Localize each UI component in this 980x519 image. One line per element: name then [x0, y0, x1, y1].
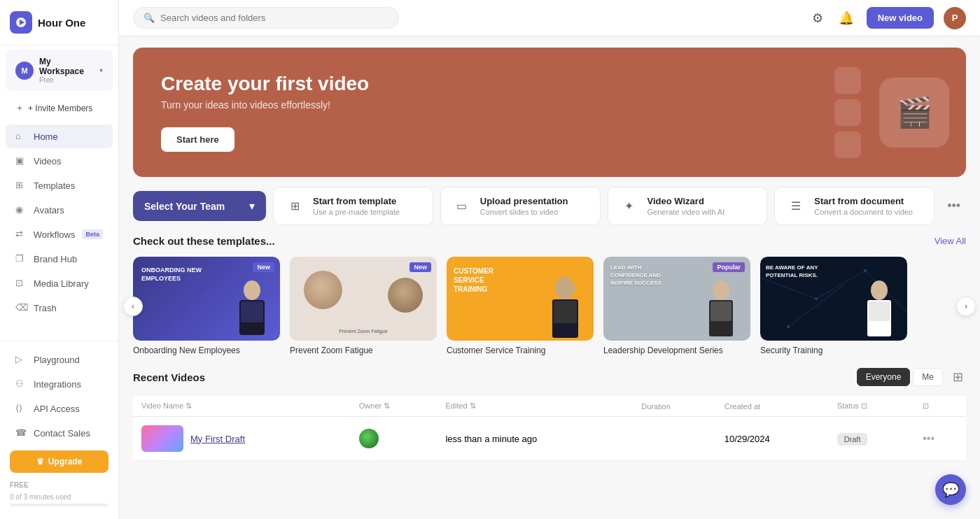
sidebar-item-label: Videos — [34, 156, 62, 166]
template-icon: ⊞ — [285, 197, 304, 216]
svg-point-5 — [555, 277, 575, 299]
video-wizard-card[interactable]: ✦ Video Wizard Generate video with AI — [608, 187, 768, 225]
logo: Hour One — [0, 0, 118, 45]
svg-point-17 — [787, 325, 790, 328]
col-status: Status ⊡ — [829, 396, 915, 417]
template-badge-new2: New — [410, 262, 431, 272]
main-content: 🔍 ⚙ 🔔 New video P Create your first vide… — [119, 0, 980, 519]
template-card-zoom[interactable]: Prevent Zoom Fatigue New Prevent Zoom Fa… — [290, 257, 437, 355]
row-actions-cell: ••• — [914, 417, 966, 461]
sidebar-item-label: Trash — [34, 303, 57, 313]
filter-me-button[interactable]: Me — [913, 368, 943, 386]
carousel-right-arrow[interactable]: › — [956, 297, 976, 316]
row-more-button[interactable]: ••• — [923, 432, 934, 445]
template-badge-new: New — [253, 262, 274, 272]
start-from-document-card[interactable]: ☰ Start from document Convert a document… — [774, 187, 934, 225]
svg-rect-10 — [710, 301, 732, 321]
table-row: My First Draft less than a minute ago 10… — [133, 417, 966, 461]
col-duration: Duration — [633, 396, 715, 417]
home-icon: ⌂ — [15, 131, 27, 142]
sidebar-item-label: Templates — [34, 180, 75, 191]
document-icon: ☰ — [786, 197, 806, 216]
beta-badge: Beta — [82, 229, 103, 239]
sidebar-item-label: Home — [34, 131, 58, 142]
action-bar: Select Your Team ▾ ⊞ Start from template… — [119, 177, 980, 235]
sidebar-item-api-access[interactable]: ⟨⟩ API Access — [6, 397, 113, 420]
free-label: FREE — [0, 478, 118, 492]
template-card-sub: Use a pre-made template — [313, 208, 400, 216]
start-from-template-card[interactable]: ⊞ Start from template Use a pre-made tem… — [273, 187, 433, 225]
sidebar-item-videos[interactable]: ▣ Videos — [6, 149, 113, 173]
user-avatar[interactable]: P — [944, 7, 966, 29]
top-bar: 🔍 ⚙ 🔔 New video P — [119, 0, 980, 36]
search-icon: 🔍 — [144, 13, 155, 23]
recent-videos-title: Recent Videos — [133, 371, 857, 383]
notifications-button[interactable]: 🔔 — [836, 8, 857, 29]
more-actions-button[interactable]: ••• — [941, 193, 966, 219]
sidebar-item-label: Integrations — [34, 379, 81, 390]
plus-icon: ＋ — [15, 102, 24, 114]
wizard-card-sub: Generate video with AI — [648, 208, 725, 216]
sidebar-item-avatars[interactable]: ◉ Avatars — [6, 198, 113, 222]
person-icon: ◉ — [15, 204, 27, 215]
invite-members-button[interactable]: ＋ + Invite Members — [6, 97, 113, 120]
template-name-onboarding: Onboarding New Employees — [133, 346, 280, 355]
svg-rect-7 — [554, 301, 577, 323]
filter-everyone-button[interactable]: Everyone — [857, 368, 911, 386]
workspace-selector[interactable]: M My Workspace Free ▾ — [6, 50, 113, 91]
templates-section-title: Check out these templates... — [133, 235, 275, 247]
template-card-onboarding[interactable]: ONBOARDING NEW EMPLOYEES New Onboardin — [133, 257, 280, 355]
photo-icon: ⊡ — [15, 278, 27, 289]
hero-cta-button[interactable]: Start here — [161, 127, 234, 152]
template-name-security: Security Training — [760, 346, 907, 355]
upgrade-button[interactable]: ♛ Upgrade — [10, 450, 108, 473]
sidebar-item-label: Contact Sales — [34, 428, 90, 439]
new-video-button[interactable]: New video — [867, 7, 934, 29]
select-team-dropdown[interactable]: Select Your Team ▾ — [133, 191, 266, 221]
select-team-label: Select Your Team — [144, 201, 242, 212]
view-all-link[interactable]: View All — [934, 236, 966, 246]
wizard-icon: ✦ — [620, 197, 639, 216]
logo-icon — [10, 11, 32, 34]
filter-buttons: Everyone Me — [857, 368, 943, 386]
video-name-link[interactable]: My First Draft — [190, 434, 245, 444]
settings-button[interactable]: ⚙ — [809, 8, 826, 29]
upload-presentation-card[interactable]: ▭ Upload presentation Convert slides to … — [440, 187, 601, 225]
sidebar-item-playground[interactable]: ▷ Playground — [6, 348, 113, 371]
template-name-customer: Customer Service Training — [447, 346, 594, 355]
template-card-customer[interactable]: CUSTOMERSERVICETRAINING Customer Service… — [447, 257, 594, 355]
owner-avatar — [359, 429, 379, 448]
sidebar-item-workflows[interactable]: ⇄ Workflows Beta — [6, 222, 113, 246]
template-name-leadership: Leadership Development Series — [603, 346, 750, 355]
sidebar-item-templates[interactable]: ⊞ Templates — [6, 173, 113, 197]
sidebar-item-label: Brand Hub — [34, 254, 77, 264]
sidebar-item-integrations[interactable]: ⚇ Integrations — [6, 372, 113, 396]
template-name-zoom: Prevent Zoom Fatigue — [290, 346, 437, 355]
chat-fab-button[interactable]: 💬 — [935, 474, 966, 505]
sidebar-item-label: API Access — [34, 404, 80, 414]
table-header-row: Video Name ⇅ Owner ⇅ Edited ⇅ Duration C — [133, 396, 966, 417]
sidebar-item-brand-hub[interactable]: ❐ Brand Hub — [6, 247, 113, 271]
search-input[interactable] — [160, 13, 388, 23]
sidebar-bottom: ▷ Playground ⚇ Integrations ⟨⟩ API Acces… — [0, 341, 118, 519]
carousel-left-arrow[interactable]: ‹ — [123, 297, 143, 316]
hero-banner: Create your first video Turn your ideas … — [133, 48, 966, 177]
sidebar-item-trash[interactable]: ⌫ Trash — [6, 296, 113, 320]
upload-card-title: Upload presentation — [480, 196, 568, 206]
templates-carousel: ‹ ONBOARDING NEW EMPLOYEES — [133, 257, 966, 355]
chevron-down-icon: ▾ — [99, 66, 103, 74]
templates-section: Check out these templates... View All ‹ … — [119, 235, 980, 367]
phone-icon: ☎ — [15, 427, 27, 439]
template-card-leadership[interactable]: LEAD WITH CONFIDENCE AND INSPIRE SUCCESS… — [603, 257, 750, 355]
share-icon: ⇄ — [15, 229, 27, 240]
duration-cell — [633, 417, 715, 461]
video-thumbnail — [141, 425, 183, 452]
hero-title: Create your first video — [161, 73, 938, 95]
grid-view-button[interactable]: ⊞ — [950, 367, 966, 388]
sidebar-item-home[interactable]: ⌂ Home — [6, 125, 113, 148]
code-icon: ⟨⟩ — [15, 403, 27, 414]
sidebar-item-media-library[interactable]: ⊡ Media Library — [6, 271, 113, 295]
template-card-security[interactable]: BE AWARE OF ANY POTENTIAL RISKS. Securit… — [760, 257, 907, 355]
svg-rect-20 — [869, 301, 890, 321]
sidebar-item-contact-sales[interactable]: ☎ Contact Sales — [6, 421, 113, 445]
